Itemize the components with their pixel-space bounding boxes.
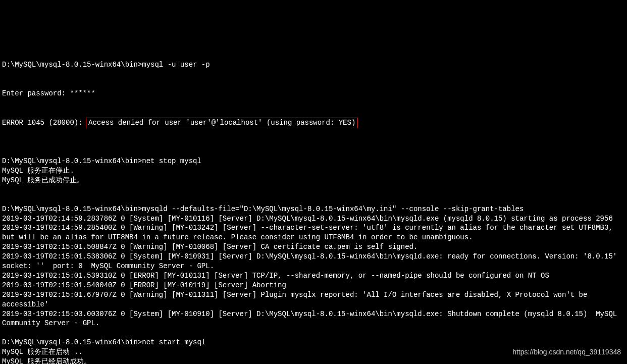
terminal-line: 2019-03-19T02:15:01.540040Z 0 [ERROR] [M…	[2, 281, 625, 290]
error-prefix: ERROR 1045 (28000):	[2, 119, 87, 127]
terminal-line	[2, 147, 625, 157]
terminal-line: MySQL 服务已经启动成功。	[2, 357, 625, 364]
terminal-line: 2019-03-19T02:15:01.508847Z 0 [Warning] …	[2, 242, 625, 252]
terminal-line: MySQL 服务正在停止.	[2, 166, 625, 176]
terminal-line: 2019-03-19T02:15:01.538306Z 0 [System] […	[2, 252, 625, 271]
error-line: ERROR 1045 (28000): Access denied for us…	[2, 118, 625, 128]
terminal-line: 2019-03-19T02:15:01.539310Z 0 [ERROR] [M…	[2, 271, 625, 281]
terminal-line: 2019-03-19T02:15:01.679707Z 0 [Warning] …	[2, 290, 625, 309]
terminal-output[interactable]: D:\MySQL\mysql-8.0.15-winx64\bin>mysql -…	[2, 41, 625, 364]
terminal-line: D:\MySQL\mysql-8.0.15-winx64\bin>net sta…	[2, 338, 625, 347]
terminal-line: 2019-03-19T02:14:59.283786Z 0 [System] […	[2, 214, 625, 224]
watermark: https://blog.csdn.net/qq_39119348	[512, 347, 621, 357]
terminal-line: MySQL 服务已成功停止。	[2, 176, 625, 185]
terminal-block: D:\MySQL\mysql-8.0.15-winx64\bin>net sto…	[2, 147, 625, 364]
terminal-line	[2, 328, 625, 338]
error-highlight: Access denied for user 'user'@'localhost…	[86, 118, 358, 128]
terminal-line: D:\MySQL\mysql-8.0.15-winx64\bin>net sto…	[2, 157, 625, 166]
terminal-line	[2, 185, 625, 195]
terminal-line: 2019-03-19T02:14:59.285400Z 0 [Warning] …	[2, 223, 625, 242]
terminal-line	[2, 195, 625, 204]
terminal-line: 2019-03-19T02:15:03.003076Z 0 [System] […	[2, 309, 625, 329]
terminal-line: D:\MySQL\mysql-8.0.15-winx64\bin>mysql -…	[2, 60, 625, 70]
terminal-line: D:\MySQL\mysql-8.0.15-winx64\bin>mysqld …	[2, 204, 625, 214]
terminal-line: Enter password: ******	[2, 89, 625, 98]
